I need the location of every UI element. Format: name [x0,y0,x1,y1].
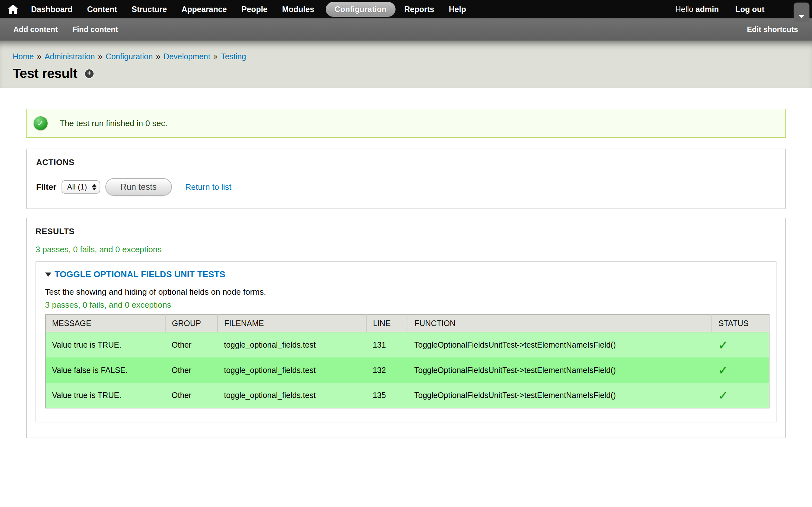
table-row: Value true is TRUE. Other toggle_optiona… [45,332,769,357]
status-ok-icon [34,116,48,130]
run-tests-button[interactable]: Run tests [105,178,172,196]
toolbar-menu-item[interactable]: Appearance [182,2,227,17]
function-cell: ToggleOptionalFieldsUnitTest->testElemen… [408,357,712,383]
return-to-list-link[interactable]: Return to list [185,182,232,192]
group-cell: Other [165,383,217,408]
top-bars: DashboardContentStructureAppearancePeopl… [0,0,812,41]
status-message-text: The test run finished in 0 sec. [60,118,167,128]
greeting-text: Hello admin [675,5,719,14]
shortcut-item[interactable]: Find content [72,25,118,34]
function-cell: ToggleOptionalFieldsUnitTest->testElemen… [408,332,712,357]
toolbar-menu-item[interactable]: Configuration [326,2,396,17]
collapse-arrow-icon[interactable] [45,273,51,277]
select-arrows-icon [92,184,96,190]
pass-check-icon: ✓ [718,389,728,402]
results-table-header-cell: GROUP [165,315,217,332]
chevron-down-icon [799,15,804,18]
shortcut-bar: Add contentFind content Edit shortcuts [0,18,812,41]
status-cell: ✓ [712,383,769,408]
toolbar-menu-item[interactable]: Modules [282,2,314,17]
breadcrumb-link[interactable]: Testing [221,52,246,61]
breadcrumb-separator: » [37,52,42,61]
edit-shortcuts-link[interactable]: Edit shortcuts [747,25,798,34]
function-cell: ToggleOptionalFieldsUnitTest->testElemen… [408,383,712,408]
line-cell: 132 [366,357,408,383]
shortcut-links: Add contentFind content [13,25,133,34]
breadcrumb-separator: » [156,52,160,61]
test-group-title-link[interactable]: TOGGLE OPTIONAL FIELDS UNIT TESTS [55,270,225,279]
filename-cell: toggle_optional_fields.test [217,383,366,408]
pass-check-icon: ✓ [718,338,728,352]
test-group-summary: 3 passes, 0 fails, and 0 exceptions [45,300,767,310]
results-table-body: Value true is TRUE. Other toggle_optiona… [45,332,769,408]
toolbar-menu: DashboardContentStructureAppearancePeopl… [31,2,480,17]
test-group-fieldset: TOGGLE OPTIONAL FIELDS UNIT TESTS Test t… [36,262,776,422]
admin-toolbar: DashboardContentStructureAppearancePeopl… [0,0,812,18]
page-header: Home»Administration»Configuration»Develo… [0,41,812,88]
username: admin [696,5,719,14]
toolbar-menu-item[interactable]: Structure [132,2,167,17]
actions-fieldset: ACTIONS Filter All (1) Run tests Return … [26,149,786,209]
toolbar-toggle-button[interactable] [794,3,809,22]
results-table-header-cell: STATUS [712,315,769,332]
breadcrumb-link[interactable]: Development [164,52,210,61]
message-cell: Value true is TRUE. [45,332,165,357]
line-cell: 135 [366,383,408,408]
test-group-toggle[interactable]: TOGGLE OPTIONAL FIELDS UNIT TESTS [45,270,767,279]
actions-legend: ACTIONS [36,158,776,167]
breadcrumb-link[interactable]: Administration [45,52,95,61]
message-cell: Value false is FALSE. [45,357,165,383]
results-table-header-cell: FUNCTION [408,315,712,332]
breadcrumb-link[interactable]: Configuration [106,52,153,61]
table-row: Value true is TRUE. Other toggle_optiona… [45,383,769,408]
page-title: Test result [13,66,78,81]
results-table-header-cell: MESSAGE [45,315,165,332]
toolbar-menu-item[interactable]: Reports [404,2,434,17]
group-cell: Other [165,357,217,383]
status-message: The test run finished in 0 sec. [26,109,786,138]
title-row: Test result [13,66,799,81]
breadcrumb: Home»Administration»Configuration»Develo… [13,51,799,61]
breadcrumb-separator: » [98,52,102,61]
breadcrumb-link[interactable]: Home [13,52,34,61]
filter-label: Filter [36,182,56,192]
toolbar-right: Hello admin Log out [675,5,764,14]
filter-select-value: All (1) [67,182,87,191]
results-legend: RESULTS [36,227,776,236]
filename-cell: toggle_optional_fields.test [217,357,366,383]
results-table-header-cell: FILENAME [217,315,366,332]
table-row: Value false is FALSE. Other toggle_optio… [45,357,769,383]
status-cell: ✓ [712,357,769,383]
toolbar-menu-item[interactable]: People [241,2,267,17]
results-table-header-row: MESSAGEGROUPFILENAMELINEFUNCTIONSTATUS [45,315,769,332]
test-group-description: Test the showing and hiding of optional … [45,287,767,297]
results-table: MESSAGEGROUPFILENAMELINEFUNCTIONSTATUS V… [45,314,769,408]
add-shortcut-icon[interactable] [85,69,94,78]
logout-link[interactable]: Log out [735,5,764,14]
shortcut-item[interactable]: Add content [13,25,58,34]
filter-select[interactable]: All (1) [61,180,100,193]
group-cell: Other [165,332,217,357]
toolbar-menu-item[interactable]: Content [87,2,117,17]
message-cell: Value true is TRUE. [45,383,165,408]
results-fieldset: RESULTS 3 passes, 0 fails, and 0 excepti… [26,218,786,438]
home-icon[interactable] [8,4,18,14]
status-cell: ✓ [712,332,769,357]
breadcrumb-separator: » [213,52,218,61]
main-content: The test run finished in 0 sec. ACTIONS … [0,88,812,438]
results-summary: 3 passes, 0 fails, and 0 exceptions [36,245,776,255]
toolbar-menu-item[interactable]: Help [449,2,466,17]
results-table-header-cell: LINE [366,315,408,332]
toolbar-menu-item[interactable]: Dashboard [31,2,72,17]
pass-check-icon: ✓ [718,363,728,377]
filter-row: Filter All (1) Run tests Return to list [36,178,776,196]
line-cell: 131 [366,332,408,357]
filename-cell: toggle_optional_fields.test [217,332,366,357]
